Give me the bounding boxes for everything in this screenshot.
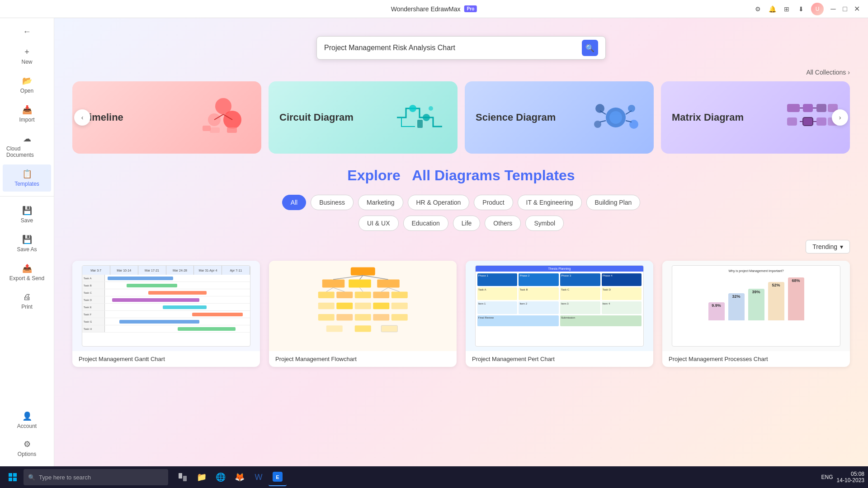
tag-ui[interactable]: UI & UX	[359, 216, 399, 231]
search-input[interactable]	[324, 44, 582, 52]
template-card-processes-img: Why is project Management Important? 9.9…	[662, 261, 850, 351]
maximize-button[interactable]: □	[841, 5, 849, 13]
sidebar-item-print[interactable]: 🖨 Print	[3, 288, 51, 314]
template-card-processes[interactable]: Why is project Management Important? 9.9…	[662, 261, 850, 367]
explore-section: Explore All Diagrams Templates All Busin…	[54, 167, 868, 385]
sidebar-import-label: Import	[19, 117, 34, 123]
settings-icon[interactable]: ⚙	[753, 5, 762, 14]
proc-bar-group: 9.9%	[708, 302, 725, 320]
tag-hr[interactable]: HR & Operation	[408, 195, 470, 210]
filter-tags-row2: UI & UX Education Life Others Symbol	[72, 216, 850, 231]
svg-rect-42	[336, 292, 353, 298]
gantt-header-cell: Mar 31-Apr 4	[194, 266, 222, 275]
carousel-card-circuit[interactable]: Circuit Diagram	[269, 81, 458, 154]
sidebar-item-account[interactable]: 👤 Account	[3, 407, 51, 434]
pert-cell: Item 3	[560, 301, 600, 314]
gantt-bars	[105, 304, 250, 310]
search-button[interactable]: 🔍	[582, 40, 598, 56]
svg-point-13	[609, 111, 622, 124]
explore-title: Explore All Diagrams Templates	[72, 167, 850, 184]
tag-education[interactable]: Education	[403, 216, 448, 231]
sidebar-print-label: Print	[21, 304, 33, 310]
carousel-card-science-title: Science Diagram	[476, 111, 556, 124]
taskbar-search-placeholder: Type here to search	[39, 474, 91, 481]
download-icon[interactable]: ⬇	[797, 5, 806, 14]
content-area: 🔍 All Collections › ‹ Timeline	[54, 18, 868, 466]
tag-others[interactable]: Others	[485, 216, 521, 231]
sidebar-item-templates[interactable]: 📋 Templates	[3, 164, 51, 192]
svg-rect-28	[816, 117, 826, 126]
taskbar-app-edge[interactable]: 🌐	[212, 468, 230, 486]
tag-product[interactable]: Product	[474, 195, 513, 210]
sidebar-item-save[interactable]: 💾 Save	[3, 201, 51, 228]
svg-rect-10	[417, 120, 423, 128]
template-card-gantt[interactable]: Mar 3-7 Mar 10-14 Mar 17-21 Mar 24-28 Ma…	[72, 261, 260, 367]
sidebar-item-new[interactable]: + New	[3, 43, 51, 70]
minimize-button[interactable]: ─	[829, 5, 837, 13]
timeline-illustration	[196, 95, 250, 140]
search-icon: 🔍	[585, 44, 594, 52]
sidebar-save-label: Save	[21, 217, 33, 224]
all-collections-link[interactable]: All Collections ›	[72, 69, 850, 76]
template-card-pert[interactable]: Thesis Planning Phase 1 Phase 2 Phase 3 …	[466, 261, 653, 367]
processes-preview: Why is project Management Important? 9.9…	[672, 265, 841, 347]
sidebar-item-open[interactable]: 📂 Open	[3, 71, 51, 99]
sidebar-item-saveas[interactable]: 💾 Save As	[3, 230, 51, 257]
taskbar-apps: 📁 🌐 🦊 W E	[174, 468, 287, 486]
sidebar-item-export[interactable]: 📤 Export & Send	[3, 259, 51, 286]
svg-rect-65	[13, 473, 17, 477]
sidebar-item-back[interactable]: ←	[3, 23, 51, 41]
pert-cell: Phase 3	[560, 273, 600, 286]
sidebar-saveas-label: Save As	[17, 246, 37, 253]
carousel-card-science[interactable]: Science Diagram	[465, 81, 654, 154]
tag-all[interactable]: All	[282, 195, 307, 210]
template-card-gantt-label: Project Management Gantt Chart	[72, 351, 260, 367]
grid-icon[interactable]: ⊞	[782, 5, 791, 14]
gantt-bars	[105, 311, 250, 318]
svg-rect-66	[9, 478, 12, 481]
gantt-header-cell: Mar 3-7	[82, 266, 110, 275]
carousel-prev-button[interactable]: ‹	[74, 109, 90, 126]
svg-rect-5	[210, 127, 220, 133]
template-card-pert-img: Thesis Planning Phase 1 Phase 2 Phase 3 …	[466, 261, 653, 351]
windows-logo-icon	[8, 473, 17, 482]
carousel-next-button[interactable]: ›	[832, 109, 848, 126]
pert-cell: Submission	[560, 315, 642, 326]
tag-building[interactable]: Building Plan	[586, 195, 641, 210]
pert-cell: Item 2	[519, 301, 559, 314]
bell-icon[interactable]: 🔔	[768, 5, 777, 14]
sort-select[interactable]: Trending ▾	[806, 240, 850, 253]
sidebar-item-options[interactable]: ⚙ Options	[3, 435, 51, 462]
sidebar-item-cloud[interactable]: ☁ Cloud Documents	[3, 129, 51, 163]
avatar[interactable]: U	[811, 3, 824, 15]
template-card-flowchart-label: Project Management Flowchart	[269, 351, 457, 367]
tag-life[interactable]: Life	[453, 216, 481, 231]
gantt-label: Task F	[82, 311, 105, 318]
carousel-card-timeline[interactable]: Timeline	[72, 81, 261, 154]
taskbar-app-task-view[interactable]	[174, 468, 192, 486]
template-card-flowchart[interactable]: Project Management Flowchart	[269, 261, 457, 367]
svg-point-17	[629, 120, 638, 129]
tag-marketing[interactable]: Marketing	[358, 195, 403, 210]
filter-tags-row1: All Business Marketing HR & Operation Pr…	[72, 195, 850, 210]
taskbar-app-file-explorer[interactable]: 📁	[193, 468, 211, 486]
taskbar-app-word[interactable]: W	[250, 468, 268, 486]
pert-cell: Task C	[560, 287, 600, 300]
template-card-flowchart-img	[269, 261, 457, 351]
sidebar-item-import[interactable]: 📥 Import	[3, 100, 51, 127]
taskbar-start-button[interactable]	[4, 468, 22, 486]
tag-it[interactable]: IT & Engineering	[518, 195, 582, 210]
svg-rect-7	[203, 126, 211, 131]
close-button[interactable]: ✕	[853, 5, 861, 13]
taskbar-app-edrawmax[interactable]: E	[269, 468, 287, 486]
carousel-card-matrix[interactable]: Matrix Diagram	[661, 81, 850, 154]
chevron-down-icon: ▾	[840, 243, 843, 250]
tag-symbol[interactable]: Symbol	[525, 216, 564, 231]
taskbar-search-box[interactable]: 🔍 Type here to search	[24, 469, 168, 485]
gantt-header-cell: Mar 10-14	[110, 266, 138, 275]
svg-rect-61	[326, 325, 343, 332]
svg-line-38	[333, 276, 363, 280]
sidebar-bottom: 👤 Account ⚙ Options	[0, 406, 54, 463]
tag-business[interactable]: Business	[311, 195, 354, 210]
taskbar-app-firefox[interactable]: 🦊	[231, 468, 249, 486]
